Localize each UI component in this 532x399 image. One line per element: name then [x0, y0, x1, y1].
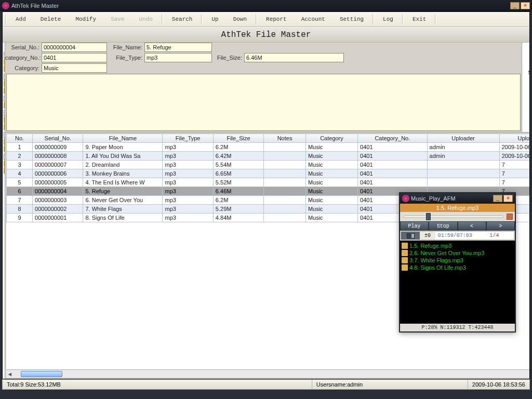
toolbar: Add Delete Modify Save Undo Search Up Do…	[3, 12, 529, 27]
status-total: Total:9 Size:53.12MB	[3, 380, 312, 389]
scroll-left-icon[interactable]: ◄	[6, 371, 14, 377]
player-time: 01:59/07:03	[435, 232, 475, 240]
col-ftype[interactable]: File_Type	[163, 134, 213, 143]
col-catno[interactable]: Category_No.	[358, 134, 428, 143]
next-button[interactable]: >	[486, 221, 515, 231]
col-fname[interactable]: File_Name	[83, 134, 163, 143]
player-stats: P:28% N:119312 T:423448	[400, 324, 515, 331]
category-label: Category:	[5, 65, 42, 71]
folder-icon	[4, 139, 5, 145]
file-size-field[interactable]: 6.46M	[244, 53, 344, 62]
folder-icon	[4, 66, 5, 72]
modify-button[interactable]: Modify	[68, 14, 103, 24]
category-no-label: category_No.:	[5, 55, 42, 61]
folder-icon	[4, 117, 5, 123]
col-cat[interactable]: Category	[305, 134, 357, 143]
seek-knob[interactable]	[426, 213, 431, 220]
app-icon	[2, 2, 9, 9]
balance-zero[interactable]: ±0	[420, 232, 435, 240]
col-serial[interactable]: Serial_No.	[33, 134, 83, 143]
window-titlebar: AthTek File Master _ ×	[0, 0, 532, 11]
window-title: AthTek File Master	[11, 3, 59, 9]
folder-icon	[4, 168, 5, 174]
status-datetime: 2009-10-06 18:53:56	[468, 380, 529, 389]
music-player-window[interactable]: Music_Play_AFM _ × 1.5. Refuge.mp3 Play …	[399, 192, 516, 332]
table-row[interactable]: 100000000099. Paper Moonmp36.2MMusic0401…	[7, 143, 530, 152]
table-row[interactable]: 200000000081. All You Did Was Samp36.42M…	[7, 152, 530, 161]
playlist-item[interactable]: 2.6. Never Get Over You.mp3	[402, 249, 513, 257]
table-header[interactable]: No. Serial_No. File_Name File_Type File_…	[7, 134, 530, 143]
player-seek-slider[interactable]	[400, 212, 515, 221]
exit-button[interactable]: Exit	[405, 14, 433, 24]
player-titlebar[interactable]: Music_Play_AFM _ ×	[400, 193, 515, 204]
table-row[interactable]: 500000000054. The End Is Where Wmp35.52M…	[7, 178, 530, 187]
stop-square-icon[interactable]	[507, 214, 513, 220]
category-no-field[interactable]: 0401	[42, 53, 107, 62]
col-uptime[interactable]: Uploading_Time	[499, 134, 529, 143]
table-row[interactable]: 300000000072. Dreamlandmp35.54MMusic0401…	[7, 161, 530, 169]
prev-button[interactable]: <	[458, 221, 486, 231]
music-icon	[402, 264, 408, 271]
col-notes[interactable]: Notes	[264, 134, 306, 143]
folder-icon	[4, 88, 5, 94]
playlist-item[interactable]: 1.5. Refuge.mp3	[402, 242, 513, 249]
setting-button[interactable]: Setting	[332, 14, 371, 24]
player-nowplaying: 1.5. Refuge.mp3	[400, 204, 515, 212]
scroll-thumb[interactable]	[21, 371, 62, 377]
category-field[interactable]: Music	[42, 63, 107, 73]
folder-icon	[4, 161, 5, 167]
play-button[interactable]: Play	[400, 221, 429, 231]
close-button[interactable]: ×	[521, 2, 530, 9]
add-button[interactable]: Add	[8, 14, 33, 24]
account-button[interactable]: Account	[294, 14, 332, 24]
file-size-label: File_Size:	[212, 55, 244, 61]
col-uploader[interactable]: Uploader	[427, 134, 499, 143]
undo-button[interactable]: Undo	[131, 14, 159, 24]
table-row[interactable]: 400000000063. Monkey Brainsmp36.65MMusic…	[7, 169, 530, 178]
app-icon	[402, 195, 409, 202]
serial-no-field[interactable]: 0000000004	[42, 43, 107, 52]
player-title: Music_Play_AFM	[411, 195, 456, 202]
search-button[interactable]: Search	[165, 14, 200, 24]
horizontal-scrollbar[interactable]: ◄ ►	[6, 369, 529, 378]
col-no[interactable]: No.	[7, 134, 33, 143]
folder-icon	[4, 146, 5, 152]
music-icon	[402, 250, 408, 256]
volume-control[interactable]	[401, 232, 420, 240]
up-button[interactable]: Up	[204, 14, 225, 24]
app-banner: AthTek File Master	[3, 27, 529, 43]
music-icon	[402, 257, 408, 263]
folder-icon	[4, 81, 5, 87]
playlist-item[interactable]: 4.8. Signs Of Life.mp3	[402, 264, 513, 271]
status-user: Usersname:admin	[312, 380, 468, 389]
col-fsize[interactable]: File_Size	[213, 134, 263, 143]
file-type-label: File_Type:	[107, 55, 144, 61]
stop-button[interactable]: Stop	[429, 221, 457, 231]
report-button[interactable]: Report	[259, 14, 294, 24]
file-name-label: File_Name:	[107, 44, 144, 50]
file-name-field[interactable]: 5. Refuge	[144, 43, 212, 52]
folder-icon	[4, 124, 5, 130]
delete-button[interactable]: Delete	[33, 14, 69, 24]
playlist-item[interactable]: 3.7. White Flags.mp3	[402, 257, 513, 264]
folder-icon	[4, 59, 5, 65]
file-type-field[interactable]: mp3	[144, 53, 212, 62]
player-playlist[interactable]: 1.5. Refuge.mp32.6. Never Get Over You.m…	[400, 241, 515, 324]
status-bar: Total:9 Size:53.12MB Usersname:admin 200…	[2, 379, 530, 390]
serial-no-label: Serial_No.:	[5, 44, 42, 50]
player-track-no: 1/4	[475, 232, 514, 240]
minimize-button[interactable]: _	[510, 2, 520, 9]
music-icon	[402, 243, 408, 249]
log-button[interactable]: Log	[376, 14, 401, 24]
player-minimize-button[interactable]: _	[493, 195, 502, 202]
preview-filename: 5. Refuge.mp3	[528, 70, 529, 76]
preview-pane: 5. Refuge.mp3	[522, 43, 529, 132]
folder-icon	[4, 102, 5, 109]
save-button[interactable]: Save	[103, 14, 131, 24]
player-close-button[interactable]: ×	[503, 195, 513, 202]
down-button[interactable]: Down	[226, 14, 254, 24]
notes-memo[interactable]	[6, 74, 521, 131]
